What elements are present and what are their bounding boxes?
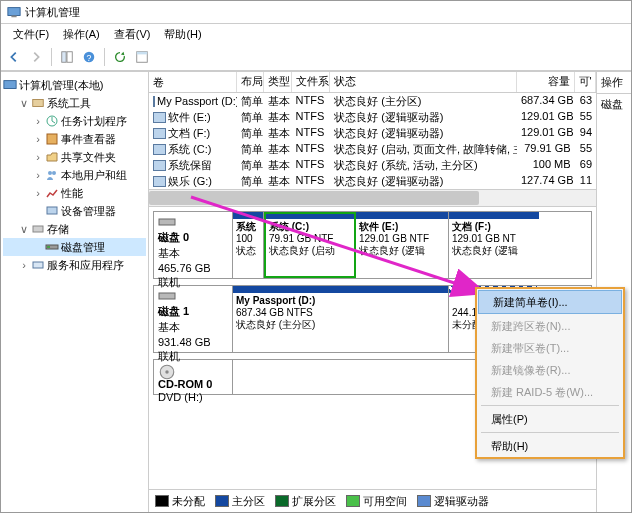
tree-storage[interactable]: ∨存储	[3, 220, 146, 238]
disk-1-header: 磁盘 1 基本 931.48 GB 联机	[154, 286, 233, 352]
nav-tree: 计算机管理(本地) ∨系统工具 ›任务计划程序 ›事件查看器 ›共享文件夹 ›本…	[1, 72, 149, 512]
titlebar: 计算机管理	[1, 1, 631, 24]
cdrom-icon	[158, 363, 176, 377]
context-menu: 新建简单卷(I)... 新建跨区卷(N)... 新建带区卷(T)... 新建镜像…	[475, 287, 625, 459]
col-type[interactable]: 类型	[264, 72, 291, 92]
col-layout[interactable]: 布局	[237, 72, 264, 92]
forward-button[interactable]	[27, 48, 45, 66]
horizontal-scrollbar[interactable]	[149, 189, 596, 207]
volume-row[interactable]: 文档 (F:)简单基本NTFS状态良好 (逻辑驱动器)129.01 GB94	[149, 125, 596, 141]
svg-point-12	[48, 171, 52, 175]
col-capacity[interactable]: 容量	[517, 72, 575, 92]
tree-shared-folders[interactable]: ›共享文件夹	[3, 148, 146, 166]
tree-event-viewer[interactable]: ›事件查看器	[3, 130, 146, 148]
svg-rect-9	[33, 100, 44, 107]
menu-new-raid5-volume: 新建 RAID-5 卷(W)...	[477, 381, 623, 403]
volume-header: 卷 布局 类型 文件系统 状态 容量 可'	[149, 72, 596, 93]
tree-performance[interactable]: ›性能	[3, 184, 146, 202]
legend-logical-swatch	[417, 495, 431, 507]
volume-row[interactable]: My Passport (D:)简单基本NTFS状态良好 (主分区)687.34…	[149, 93, 596, 109]
svg-rect-17	[47, 246, 50, 248]
svg-rect-7	[137, 52, 148, 55]
menu-action[interactable]: 操作(A)	[57, 25, 106, 44]
back-button[interactable]	[5, 48, 23, 66]
refresh-button[interactable]	[111, 48, 129, 66]
menu-view[interactable]: 查看(V)	[108, 25, 157, 44]
tree-task-scheduler[interactable]: ›任务计划程序	[3, 112, 146, 130]
disk0-part-reserved[interactable]: 系统100状态	[233, 212, 264, 278]
disk-0[interactable]: 磁盘 0 基本 465.76 GB 联机 系统100状态 系统 (C:)79.9…	[153, 211, 592, 279]
svg-point-22	[165, 370, 168, 373]
svg-text:?: ?	[87, 53, 92, 63]
disk0-part-c[interactable]: 系统 (C:)79.91 GB NTF状态良好 (启动	[264, 212, 356, 278]
tree-device-manager[interactable]: 设备管理器	[3, 202, 146, 220]
tree-services-apps[interactable]: ›服务和应用程序	[3, 256, 146, 274]
disk0-part-f[interactable]: 文档 (F:)129.01 GB NT状态良好 (逻辑	[449, 212, 539, 278]
menu-new-striped-volume: 新建带区卷(T)...	[477, 337, 623, 359]
help-button[interactable]: ?	[80, 48, 98, 66]
volume-row[interactable]: 娱乐 (G:)简单基本NTFS状态良好 (逻辑驱动器)127.74 GB11	[149, 173, 596, 189]
menu-help[interactable]: 帮助(H)	[477, 435, 623, 457]
col-volume[interactable]: 卷	[149, 72, 237, 92]
scroll-thumb[interactable]	[149, 191, 479, 205]
volume-list[interactable]: My Passport (D:)简单基本NTFS状态良好 (主分区)687.34…	[149, 93, 596, 189]
actions-header: 操作	[597, 72, 631, 94]
disk-icon	[158, 215, 176, 229]
actions-item-disk[interactable]: 磁盘	[597, 94, 631, 115]
svg-rect-2	[62, 52, 66, 63]
toolbar: ?	[1, 44, 631, 71]
window-title: 计算机管理	[25, 5, 80, 20]
settings-button[interactable]	[133, 48, 151, 66]
menu-new-spanned-volume: 新建跨区卷(N)...	[477, 315, 623, 337]
show-hide-button[interactable]	[58, 48, 76, 66]
svg-rect-3	[67, 52, 72, 63]
legend-ext-swatch	[275, 495, 289, 507]
legend-free-swatch	[346, 495, 360, 507]
disk-icon	[158, 289, 176, 303]
tree-root[interactable]: 计算机管理(本地)	[3, 76, 146, 94]
svg-point-13	[52, 171, 56, 175]
svg-rect-0	[8, 8, 20, 16]
col-fs[interactable]: 文件系统	[292, 72, 331, 92]
legend: 未分配 主分区 扩展分区 可用空间 逻辑驱动器	[149, 489, 596, 512]
disk1-part-d[interactable]: My Passport (D:)687.34 GB NTFS状态良好 (主分区)	[233, 286, 449, 352]
svg-rect-18	[33, 262, 43, 268]
volume-row[interactable]: 系统保留简单基本NTFS状态良好 (系统, 活动, 主分区)100 MB69	[149, 157, 596, 173]
col-status[interactable]: 状态	[330, 72, 517, 92]
svg-rect-8	[4, 81, 16, 89]
cdrom-header: CD-ROM 0 DVD (H:)	[154, 360, 233, 394]
menu-new-simple-volume[interactable]: 新建简单卷(I)...	[478, 290, 622, 314]
tree-system-tools[interactable]: ∨系统工具	[3, 94, 146, 112]
menu-file[interactable]: 文件(F)	[7, 25, 55, 44]
menu-properties[interactable]: 属性(P)	[477, 408, 623, 430]
disk0-part-e[interactable]: 软件 (E:)129.01 GB NTF状态良好 (逻辑	[356, 212, 449, 278]
legend-primary-swatch	[215, 495, 229, 507]
col-free[interactable]: 可'	[575, 72, 596, 92]
app-icon	[7, 5, 21, 19]
menu-help[interactable]: 帮助(H)	[158, 25, 207, 44]
menu-new-mirrored-volume: 新建镜像卷(R)...	[477, 359, 623, 381]
legend-unalloc-swatch	[155, 495, 169, 507]
tree-local-users[interactable]: ›本地用户和组	[3, 166, 146, 184]
svg-rect-15	[33, 226, 43, 232]
svg-rect-19	[159, 219, 175, 225]
volume-row[interactable]: 软件 (E:)简单基本NTFS状态良好 (逻辑驱动器)129.01 GB55	[149, 109, 596, 125]
volume-row[interactable]: 系统 (C:)简单基本NTFS状态良好 (启动, 页面文件, 故障转储, 主分区…	[149, 141, 596, 157]
svg-rect-11	[47, 134, 57, 144]
svg-rect-20	[159, 293, 175, 299]
disk-0-header: 磁盘 0 基本 465.76 GB 联机	[154, 212, 233, 278]
menubar: 文件(F) 操作(A) 查看(V) 帮助(H)	[1, 24, 631, 44]
svg-rect-14	[47, 207, 57, 214]
tree-disk-management[interactable]: 磁盘管理	[3, 238, 146, 256]
svg-rect-1	[11, 16, 16, 18]
